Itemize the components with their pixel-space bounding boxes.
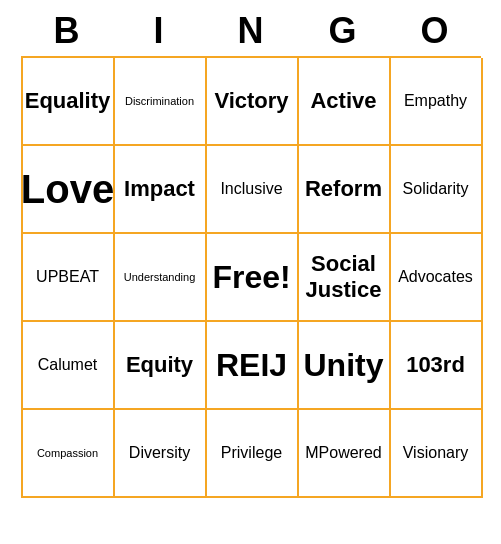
- cell-text: Calumet: [38, 356, 98, 374]
- cell-text: Diversity: [129, 444, 190, 462]
- cell-r4-c0: Compassion: [23, 410, 115, 498]
- cell-r3-c1: Equity: [115, 322, 207, 410]
- bingo-letter: B: [23, 10, 111, 52]
- bingo-letter: N: [207, 10, 295, 52]
- cell-r0-c1: Discrimination: [115, 58, 207, 146]
- cell-r1-c3: Reform: [299, 146, 391, 234]
- cell-text: Social Justice: [303, 251, 385, 303]
- cell-r3-c3: Unity: [299, 322, 391, 410]
- cell-text: Love: [21, 167, 114, 212]
- cell-r1-c0: Love: [23, 146, 115, 234]
- cell-text: Free!: [212, 259, 290, 296]
- cell-r3-c2: REIJ: [207, 322, 299, 410]
- cell-r1-c2: Inclusive: [207, 146, 299, 234]
- cell-r0-c4: Empathy: [391, 58, 483, 146]
- cell-text: Understanding: [124, 271, 196, 283]
- cell-r4-c2: Privilege: [207, 410, 299, 498]
- cell-text: Inclusive: [220, 180, 282, 198]
- bingo-letter: G: [299, 10, 387, 52]
- cell-text: Impact: [124, 176, 195, 202]
- cell-r3-c0: Calumet: [23, 322, 115, 410]
- cell-r4-c3: MPowered: [299, 410, 391, 498]
- bingo-header: BINGO: [21, 10, 481, 52]
- cell-text: Active: [310, 88, 376, 114]
- cell-text: Empathy: [404, 92, 467, 110]
- cell-r1-c4: Solidarity: [391, 146, 483, 234]
- bingo-grid: EqualityDiscriminationVictoryActiveEmpat…: [21, 56, 481, 498]
- cell-r0-c0: Equality: [23, 58, 115, 146]
- cell-r2-c0: UPBEAT: [23, 234, 115, 322]
- bingo-letter: O: [391, 10, 479, 52]
- cell-text: Discrimination: [125, 95, 194, 107]
- cell-text: Reform: [305, 176, 382, 202]
- cell-r2-c1: Understanding: [115, 234, 207, 322]
- cell-r2-c2: Free!: [207, 234, 299, 322]
- cell-text: Advocates: [398, 268, 473, 286]
- cell-r2-c4: Advocates: [391, 234, 483, 322]
- cell-r3-c4: 103rd: [391, 322, 483, 410]
- cell-text: UPBEAT: [36, 268, 99, 286]
- cell-text: Compassion: [37, 447, 98, 459]
- cell-r0-c3: Active: [299, 58, 391, 146]
- cell-text: Unity: [304, 347, 384, 384]
- cell-text: Privilege: [221, 444, 282, 462]
- cell-text: Victory: [214, 88, 288, 114]
- cell-r0-c2: Victory: [207, 58, 299, 146]
- cell-r4-c1: Diversity: [115, 410, 207, 498]
- cell-r2-c3: Social Justice: [299, 234, 391, 322]
- cell-text: Equality: [25, 88, 111, 114]
- cell-text: REIJ: [216, 347, 287, 384]
- cell-text: 103rd: [406, 352, 465, 378]
- cell-text: Solidarity: [403, 180, 469, 198]
- cell-r4-c4: Visionary: [391, 410, 483, 498]
- cell-text: Visionary: [403, 444, 469, 462]
- cell-text: MPowered: [305, 444, 381, 462]
- bingo-letter: I: [115, 10, 203, 52]
- cell-text: Equity: [126, 352, 193, 378]
- cell-r1-c1: Impact: [115, 146, 207, 234]
